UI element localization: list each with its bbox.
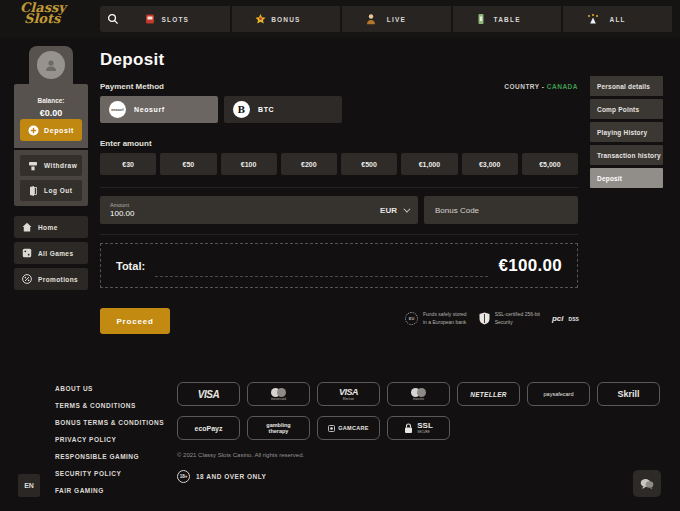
lock-icon — [404, 423, 413, 434]
therapy-word: therapy — [269, 428, 289, 434]
balance-label: Balance: — [14, 97, 88, 104]
sidebar-deposit-label: Deposit — [44, 127, 74, 134]
logout-button[interactable]: Log Out — [20, 180, 82, 201]
gamcare-word: GAMCARE — [338, 425, 369, 431]
tab-all-label: ALL — [610, 16, 626, 23]
pci-dss-badge: pci DSS — [552, 314, 579, 323]
link-privacy[interactable]: PRIVACY POLICY — [55, 436, 164, 443]
preset-1000[interactable]: €1,000 — [401, 153, 457, 175]
maestro-word: maestro — [413, 397, 424, 401]
bonus-code-input[interactable] — [424, 196, 578, 224]
ssl-badge: SSL-certified 256-bit Security — [479, 311, 540, 326]
tab-live-label: LIVE — [387, 16, 406, 23]
link-security-policy[interactable]: SECURITY POLICY — [55, 470, 164, 477]
menu-item-personal-details[interactable]: Personal details — [590, 76, 663, 96]
enter-amount-label: Enter amount — [100, 139, 152, 148]
visa-electron-word: VISA — [339, 387, 358, 397]
preset-30[interactable]: €30 — [100, 153, 156, 175]
preset-5000[interactable]: €5,000 — [522, 153, 578, 175]
maestro-logo: maestro — [387, 382, 450, 406]
menu-item-comp-points[interactable]: Comp Points — [590, 99, 663, 119]
live-chat-button[interactable] — [633, 470, 661, 497]
currency-value: EUR — [380, 206, 397, 215]
sidebar-item-all-games-label: All Games — [38, 250, 73, 257]
footer-links: ABOUT US TERMS & CONDITIONS BONUS TERMS … — [55, 385, 164, 494]
gambling-therapy-logo: gambling therapy — [247, 416, 310, 440]
link-fair-gaming[interactable]: FAIR GAMING — [55, 487, 164, 494]
eu-bank-line1: Funds safely stored — [423, 311, 467, 317]
menu-item-deposit[interactable]: Deposit — [590, 168, 663, 188]
bitcoin-icon: B — [233, 101, 250, 118]
language-button[interactable]: EN — [18, 474, 40, 497]
chat-icon — [640, 478, 654, 490]
sidebar-item-all-games[interactable]: All Games — [14, 242, 88, 264]
tab-bonus[interactable]: BONUS — [232, 6, 341, 32]
amount-field: Amount EUR — [100, 196, 418, 224]
ssl-line1: SSL-certified 256-bit — [495, 311, 540, 317]
avatar[interactable] — [37, 51, 65, 79]
preset-100[interactable]: €100 — [221, 153, 277, 175]
account-actions-card: Withdraw Log Out — [14, 150, 88, 206]
percent-icon — [22, 274, 32, 284]
amount-input[interactable] — [110, 209, 230, 218]
electron-word: Electron — [343, 397, 354, 401]
link-about-us[interactable]: ABOUT US — [55, 385, 164, 392]
age-18-icon: 18+ — [177, 470, 190, 483]
tab-all[interactable]: ALL — [563, 6, 672, 32]
visa-word: VISA — [198, 389, 219, 400]
amount-presets: €30 €50 €100 €200 €500 €1,000 €3,000 €5,… — [100, 153, 578, 175]
ssl-text: SSL-certified 256-bit Security — [495, 311, 540, 326]
divider — [100, 187, 578, 188]
logout-label: Log Out — [44, 187, 72, 194]
sidebar-nav: Home All Games Promotions — [14, 216, 88, 290]
logout-icon — [28, 186, 38, 196]
link-terms[interactable]: TERMS & CONDITIONS — [55, 402, 164, 409]
ssl-secure-word: SECURE — [417, 430, 430, 434]
proceed-button[interactable]: Proceed — [100, 308, 170, 334]
preset-200[interactable]: €200 — [281, 153, 337, 175]
star-icon — [255, 14, 266, 25]
sidebar-item-promotions[interactable]: Promotions — [14, 268, 88, 290]
currency-select[interactable]: EUR — [380, 206, 408, 215]
payment-method-neosurf-label: Neosurf — [134, 106, 165, 113]
main-nav: SLOTS BONUS LIVE TABLE ALL — [121, 6, 672, 32]
neteller-logo: NETELLER — [457, 382, 520, 406]
withdraw-button[interactable]: Withdraw — [20, 155, 82, 176]
payment-method-btc[interactable]: B BTC — [224, 96, 342, 123]
amount-field-label: Amount — [110, 202, 380, 208]
sidebar-deposit-button[interactable]: Deposit — [20, 119, 82, 141]
ssl-word: SSL — [417, 422, 433, 429]
total-value: €100.00 — [498, 256, 562, 276]
age-restriction-text: 18 AND OVER ONLY — [196, 473, 266, 480]
brand-logo[interactable]: Classy Slots — [20, 3, 66, 24]
amount-row: Amount EUR — [100, 196, 578, 224]
payment-method-neosurf[interactable]: neosurf Neosurf — [100, 96, 218, 123]
tab-table-label: TABLE — [493, 16, 520, 23]
menu-item-playing-history[interactable]: Playing History — [590, 122, 663, 142]
tab-table[interactable]: TABLE — [453, 6, 562, 32]
account-menu: Personal details Comp Points Playing His… — [590, 76, 663, 188]
tab-slots[interactable]: SLOTS — [121, 6, 230, 32]
cards-icon — [477, 14, 485, 25]
page-title: Deposit — [100, 50, 164, 70]
avatar-tab — [29, 46, 73, 88]
tab-live[interactable]: LIVE — [342, 6, 451, 32]
ssl-secure-logo: SSL SECURE — [387, 416, 450, 440]
menu-item-transaction-history[interactable]: Transaction history — [590, 145, 663, 165]
person-icon — [44, 58, 58, 72]
withdraw-label: Withdraw — [44, 162, 77, 169]
preset-3000[interactable]: €3,000 — [462, 153, 518, 175]
preset-50[interactable]: €50 — [160, 153, 216, 175]
gambling-therapy-text: gambling therapy — [266, 422, 290, 434]
sidebar-item-home-label: Home — [38, 224, 58, 231]
sidebar-item-home[interactable]: Home — [14, 216, 88, 238]
payment-logos-row2: ecoPayz gambling therapy GAMCARE SSL SEC… — [177, 416, 450, 440]
link-responsible-gaming[interactable]: RESPONSIBLE GAMING — [55, 453, 164, 460]
shield-icon — [479, 312, 490, 325]
preset-500[interactable]: €500 — [341, 153, 397, 175]
link-bonus-terms[interactable]: BONUS TERMS & CONDITIONS — [55, 419, 164, 426]
pci-logo: pci — [552, 314, 564, 323]
eu-stars-icon: EU — [405, 312, 418, 325]
slot-machine-icon — [145, 14, 155, 25]
skrill-logo: Skrill — [597, 382, 660, 406]
